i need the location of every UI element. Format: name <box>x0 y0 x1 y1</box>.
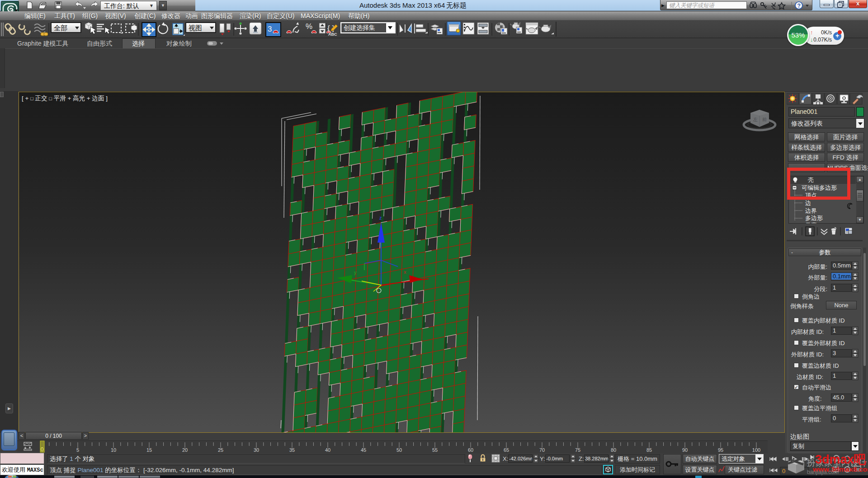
svg-text:75: 75 <box>575 447 580 453</box>
svg-text:100: 100 <box>752 447 760 453</box>
svg-text:10: 10 <box>111 447 116 453</box>
svg-text:%: % <box>306 22 312 31</box>
svg-text:创建选择集: 创建选择集 <box>344 24 375 31</box>
svg-text:前: 前 <box>762 117 767 122</box>
svg-text:ABC: ABC <box>328 32 337 37</box>
svg-text:35: 35 <box>289 447 295 453</box>
svg-text:全部: 全部 <box>54 24 67 32</box>
svg-text:55: 55 <box>432 447 438 453</box>
svg-text:60: 60 <box>468 447 473 453</box>
svg-text:多边形: 多边形 <box>805 215 823 221</box>
svg-text:左: 左 <box>753 117 758 122</box>
svg-text:y: y <box>354 270 357 275</box>
svg-text:?: ? <box>797 3 801 9</box>
svg-text:z: z <box>379 215 382 220</box>
svg-text:5: 5 <box>76 447 79 453</box>
svg-text:70: 70 <box>539 447 545 453</box>
svg-text:85: 85 <box>646 447 652 453</box>
svg-text:15: 15 <box>146 447 152 453</box>
svg-text:[ + □ 正交 □ 平滑 + 高光 + 边面 ]: [ + □ 正交 □ 平滑 + 高光 + 边面 ] <box>22 95 108 102</box>
svg-text:45: 45 <box>361 447 366 453</box>
svg-text:banjiajia.com: banjiajia.com <box>807 469 839 475</box>
svg-text:元素: 元素 <box>805 222 817 223</box>
svg-text:30: 30 <box>254 447 259 453</box>
svg-text:90: 90 <box>682 447 688 453</box>
svg-text:80: 80 <box>611 447 616 453</box>
svg-text:3dmax吧: 3dmax吧 <box>815 453 866 466</box>
svg-text:x: x <box>404 269 406 275</box>
svg-text:边界: 边界 <box>805 207 817 214</box>
svg-text:20: 20 <box>182 447 188 453</box>
svg-text:95: 95 <box>718 447 723 453</box>
svg-text:65: 65 <box>504 447 509 453</box>
svg-text:0: 0 <box>41 446 44 453</box>
svg-text:25: 25 <box>218 447 223 453</box>
svg-text:视图: 视图 <box>189 24 202 32</box>
svg-text:50: 50 <box>396 447 402 453</box>
svg-text:40: 40 <box>325 447 330 453</box>
svg-text:3: 3 <box>268 25 272 33</box>
svg-text:边: 边 <box>805 200 811 206</box>
